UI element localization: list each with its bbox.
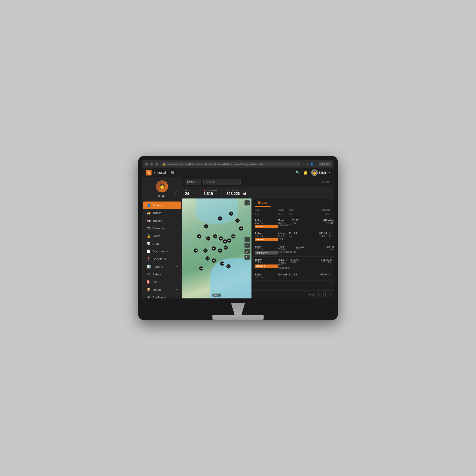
trucks-icon: 🚚	[146, 211, 151, 215]
map-background: 2 3 2 33 48 5 32 131 22 84 64 165	[182, 199, 252, 298]
stat-distance-label: DISTANCE	[226, 189, 246, 192]
profile-icon[interactable]: 👤	[310, 162, 314, 166]
list-header: Date Driver App Distance	[252, 207, 334, 213]
map-pin: 84	[223, 239, 227, 244]
row-app-1: 22.12.1 332	[292, 219, 313, 224]
stat-distance: DISTANCE 328.22K mi	[226, 188, 251, 197]
sidebar-item-configure[interactable]: ⚙ Configure ▴	[143, 293, 181, 298]
page-label: Page 1	[308, 293, 317, 296]
row-datetime-3: Today 3:19 PM OFF DUTY	[255, 245, 278, 255]
cameras-icon: 📷	[146, 226, 151, 230]
col-sub-fw: FW	[289, 213, 310, 215]
search-input[interactable]	[203, 179, 240, 185]
geoalerts-icon: 📍	[146, 257, 151, 261]
reports-expand-icon: ▾	[176, 265, 178, 268]
prev-page-button[interactable]: ‹	[318, 292, 323, 297]
map-refresh-button[interactable]: ↻	[244, 255, 250, 260]
sidebar-item-trucks[interactable]: 🚚 Trucks	[143, 209, 181, 217]
row-datetime-1: Today 3:19 PM ON DUTY	[255, 219, 278, 228]
reports-icon: 📊	[146, 265, 151, 269]
sidebar-user-name: Kristin	[158, 194, 166, 197]
map-screenshot-button[interactable]: ⛶	[244, 200, 250, 205]
list-item[interactable]: Today 3:19 PM DRIVING JOSEPH 489651 ('22…	[252, 256, 334, 271]
menu-icon[interactable]: ⋮	[315, 162, 318, 166]
row-dist-4: 151.85 mi 51h 26m	[311, 258, 332, 264]
hamburger-button[interactable]: ☰	[170, 170, 174, 175]
sidebar-item-fuel[interactable]: ⛽ Fuel ▾	[143, 278, 181, 286]
chat-icon: 💬	[146, 242, 151, 245]
col-sub-truck: Truck	[278, 213, 289, 215]
main-layout: 👩 Kristin S 👤 Drivers 🚚 Trucks 🚛	[142, 177, 334, 298]
sidebar-item-label-locks: Locks	[153, 234, 178, 238]
monitor-stand	[142, 298, 334, 320]
locks-icon: 🔒	[146, 234, 151, 238]
refresh-button[interactable]	[155, 162, 158, 166]
map-pin: 232	[224, 245, 228, 250]
map-pin: 75	[205, 256, 210, 261]
row-datetime-5: Today 3:19 PM	[255, 273, 278, 278]
sidebar-item-label-geoalerts: GeoAlerts	[153, 257, 174, 261]
sidebar-item-reports[interactable]: 📊 Reports ▾	[143, 263, 181, 270]
sidebar-item-trailers[interactable]: 🚛 Trailers	[143, 217, 181, 224]
tab-list[interactable]: ☰ LIST	[255, 199, 271, 207]
next-page-button[interactable]: ›	[325, 292, 330, 297]
list-item[interactable]: Today 3:19 PM DRIVING Adam 11 ('20, Ford…	[252, 230, 334, 243]
map-controls: + − ⤢ ↻	[244, 237, 250, 260]
map-pin: 33	[236, 219, 240, 223]
list-item[interactable]: Today 3:19 PM Richard 22.12.1	[252, 271, 334, 281]
status-select[interactable]: Status	[185, 179, 201, 185]
map-pin: 2	[229, 211, 233, 216]
list-item[interactable]: Today 3:19 PM OFF DUTY Thad 27 ('07, FRE…	[252, 243, 334, 256]
fuel-expand-icon: ▾	[176, 281, 178, 283]
search-button[interactable]: 🔍	[295, 170, 300, 175]
map-zoom-in-button[interactable]: +	[244, 237, 250, 242]
map-zoom-out-button[interactable]: −	[244, 243, 250, 248]
user-info[interactable]: 👩 Kristin ▾	[311, 170, 330, 176]
status-badge-4: DRIVING	[255, 265, 278, 268]
content-area: Status CLEAR MOTION 24 STOPP	[182, 177, 334, 298]
loads-icon: 📦	[146, 288, 151, 291]
top-header: K Konexial ☰ 🔍 🔔 👩 Kristin ▾	[142, 168, 334, 177]
row-app-5: 22.12.1	[289, 273, 310, 276]
map-fullscreen-button[interactable]: ⤢	[244, 249, 250, 254]
stat-stopped-label: STOPPED	[204, 189, 217, 192]
sidebar-item-cameras[interactable]: 📷 Cameras	[143, 224, 181, 232]
clear-button[interactable]: CLEAR	[321, 180, 330, 184]
map-pin: 102	[212, 246, 216, 251]
url-text: tower.konexial.com/drivers?showAdvancedF…	[167, 163, 263, 166]
sidebar-item-chat[interactable]: 💬 Chat	[143, 240, 181, 247]
col-sub-cycle: Cycle	[310, 213, 330, 215]
stat-motion-value: 24	[185, 192, 194, 196]
row-driver-2: Adam 11 ('20, Ford)	[278, 232, 289, 240]
sidebar: 👩 Kristin S 👤 Drivers 🚚 Trucks 🚛	[142, 177, 182, 298]
list-item[interactable]: Today 3:19 PM ON DUTY Chris 78 ('19, KEN…	[252, 217, 334, 230]
address-bar[interactable]: 🔒 tower.konexial.com/drivers?showAdvance…	[160, 162, 301, 166]
row-driver-1: Chris 78 ('19, KENWORTH)	[278, 219, 292, 227]
sidebar-item-label-cameras: Cameras	[153, 227, 178, 230]
notifications-button[interactable]: 🔔	[303, 170, 308, 175]
sidebar-item-locks[interactable]: 🔒 Locks	[143, 232, 181, 240]
sidebar-item-documents[interactable]: 📄 Documents	[143, 248, 181, 255]
trailers-icon: 🚛	[146, 219, 151, 222]
extensions-icon[interactable]: ⧉	[306, 162, 309, 166]
col-header-app: App	[289, 209, 310, 211]
sidebar-item-geoalerts[interactable]: 📍 GeoAlerts ▾	[143, 255, 181, 263]
sidebar-item-drivers[interactable]: 👤 Drivers	[143, 202, 181, 209]
stopped-dot	[204, 190, 205, 191]
forward-button[interactable]	[150, 162, 153, 166]
update-button[interactable]: Update	[319, 162, 331, 166]
row-datetime-2: Today 3:19 PM DRIVING	[255, 232, 278, 241]
sidebar-item-loads[interactable]: 📦 Loads ▾	[143, 286, 181, 293]
toolbar-row: Status CLEAR	[182, 177, 334, 187]
superdriver-badge: S	[173, 191, 177, 195]
split-view: 2 3 2 33 48 5 32 131 22 84 64 165	[182, 199, 334, 298]
col-header-distance: Distance	[310, 209, 330, 211]
row-dist-5: 355.93 mi	[310, 273, 330, 276]
back-button[interactable]	[145, 162, 148, 166]
sidebar-item-safety[interactable]: 🛡 Safety ▾	[143, 271, 181, 278]
fuel-icon: ⛽	[146, 280, 151, 284]
bookmark-icon[interactable]: ☆	[303, 162, 305, 166]
tab-list-label: LIST	[262, 201, 267, 204]
safety-icon: 🛡	[146, 272, 151, 276]
map-scale: 500 mi	[212, 293, 221, 297]
